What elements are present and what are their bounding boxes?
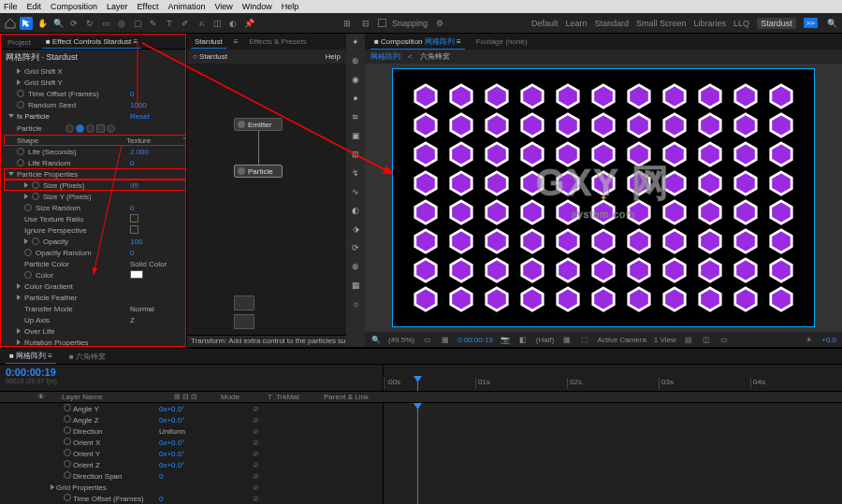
row-value[interactable]: 0x+0.0°	[159, 416, 215, 425]
prop-shape[interactable]: Shape	[17, 137, 38, 145]
rotate-tool-icon[interactable]: ↻	[83, 17, 96, 30]
menu-file[interactable]: File	[4, 2, 18, 11]
stopwatch-icon[interactable]	[24, 204, 32, 211]
prop-size-pixels[interactable]: Size (Pixels)	[43, 181, 84, 190]
home-icon[interactable]	[4, 17, 17, 30]
3d-icon[interactable]: ⬚	[579, 335, 589, 345]
node-emitter[interactable]: Emitter	[234, 118, 283, 131]
timeline-row[interactable]: DirectionUniform⊘	[0, 425, 383, 437]
prop-size-pixels-value[interactable]: 95	[130, 181, 186, 190]
align-icon[interactable]: ⊞	[341, 17, 354, 30]
stopwatch-icon[interactable]	[17, 148, 24, 155]
pen-tool-icon[interactable]: ✎	[147, 17, 160, 30]
replica-icon[interactable]: ⊞	[349, 148, 362, 161]
prop-transfer-mode[interactable]: Transfer Mode	[24, 305, 73, 313]
row-value[interactable]: 0	[159, 495, 215, 503]
stopwatch-icon[interactable]	[17, 159, 24, 166]
workspace-stardust[interactable]: Stardust	[757, 18, 796, 29]
prop-life-random[interactable]: Life Random	[28, 159, 70, 167]
col-layer-name[interactable]: Layer Name	[62, 393, 165, 401]
clone-tool-icon[interactable]: ⎌	[195, 17, 208, 30]
timeline-row[interactable]: Orient Y0x+0.0°⊘	[0, 448, 383, 459]
pixel-aspect-icon[interactable]: ▭	[719, 335, 730, 345]
stopwatch-icon[interactable]	[24, 249, 32, 256]
pan-behind-tool-icon[interactable]: ◎	[115, 17, 128, 30]
fx-particle-group[interactable]: Particle	[24, 112, 50, 121]
stardust-help-link[interactable]: Help	[326, 52, 341, 61]
timeline-row[interactable]: Grid Properties⊘	[0, 482, 383, 493]
channel-icon[interactable]: ▦	[440, 335, 450, 345]
reset-link[interactable]: Reset	[130, 112, 186, 121]
prop-transfer-mode-value[interactable]: Normal	[130, 305, 186, 313]
snapping-checkbox[interactable]	[378, 19, 386, 27]
shape-ring-icon[interactable]	[76, 124, 84, 133]
workspace-default[interactable]: Default	[531, 19, 559, 28]
prop-opacity-random[interactable]: Opacity Random	[36, 249, 92, 257]
light-icon[interactable]: ☼	[349, 297, 362, 310]
col-parent[interactable]: Parent & Link	[324, 393, 369, 401]
row-value[interactable]: 0x+0.0°	[159, 450, 215, 458]
prop-size-random-value[interactable]: 0	[130, 204, 186, 212]
col-mode[interactable]: Mode	[221, 393, 258, 401]
camera-dropdown[interactable]: Active Camera	[597, 336, 646, 344]
menu-edit[interactable]: Edit	[27, 2, 42, 11]
playhead[interactable]	[417, 376, 418, 391]
menu-help[interactable]: Help	[282, 2, 299, 11]
view-dropdown[interactable]: 1 View	[654, 336, 676, 344]
snapshot-icon[interactable]: 📷	[501, 335, 511, 345]
timeline-row[interactable]: Angle Z0x+0.0°⊘	[0, 414, 383, 425]
prop-use-texture-ratio[interactable]: Use Texture Ratio	[24, 215, 83, 223]
system-icon[interactable]: ⊛	[349, 54, 362, 67]
transparency-icon[interactable]: ▦	[561, 335, 572, 345]
resolution-dropdown[interactable]: (Half)	[536, 336, 555, 344]
prop-particle-color[interactable]: Particle Color	[24, 260, 69, 268]
prop-grid-shift-x[interactable]: Grid Shift X	[24, 67, 63, 76]
row-value[interactable]: 0x+0.0°	[159, 405, 215, 413]
comp-breadcrumb-2[interactable]: 六角蜂窝	[420, 51, 450, 62]
tab-project[interactable]: Project	[4, 36, 35, 49]
particle-properties-group[interactable]: Particle Properties	[17, 170, 78, 179]
prop-opacity-random-value[interactable]: 0	[130, 249, 186, 257]
shape-square-icon[interactable]	[96, 124, 105, 133]
type-tool-icon[interactable]: T	[163, 17, 176, 30]
timeline-row[interactable]: Time Offset (Frames)0⊘	[0, 493, 383, 504]
prop-opacity-value[interactable]: 100	[130, 238, 186, 246]
search-icon[interactable]: 🔍	[825, 17, 838, 30]
prop-ignore-perspective[interactable]: Ignore Perspective	[24, 226, 87, 235]
eraser-tool-icon[interactable]: ◫	[210, 17, 224, 30]
prop-up-axis[interactable]: Up Axis	[24, 316, 50, 324]
shape-star-icon[interactable]	[107, 124, 115, 133]
tab-effects-presets[interactable]: Effects & Presets	[245, 36, 310, 48]
tab-effect-controls[interactable]: ■ Effect Controls Stardust ≡	[42, 36, 141, 49]
menu-animation[interactable]: Animation	[167, 2, 205, 11]
mask-icon[interactable]: ◫	[702, 335, 712, 345]
prop-up-axis-value[interactable]: Z	[130, 316, 186, 324]
current-time[interactable]: 0:00:00:19	[457, 336, 493, 344]
row-value[interactable]: 0	[159, 472, 215, 481]
checkbox[interactable]	[130, 214, 138, 223]
group-icon[interactable]: ▦	[349, 279, 362, 292]
distribute-icon[interactable]: ⊟	[359, 17, 372, 30]
menu-effect[interactable]: Effect	[138, 2, 159, 11]
menu-window[interactable]: Window	[242, 2, 272, 11]
col-trkmat[interactable]: T .TrkMat	[268, 393, 314, 401]
brush-tool-icon[interactable]: ✐	[179, 17, 192, 30]
menu-layer[interactable]: Layer	[107, 2, 128, 11]
prop-size-y[interactable]: Size Y (Pixels)	[43, 193, 92, 201]
prop-random-seed-value[interactable]: 1000	[130, 101, 186, 109]
particle-add-icon[interactable]: ●	[349, 92, 362, 105]
force-icon[interactable]: ↯	[349, 166, 362, 180]
shape-cloud-icon[interactable]	[86, 124, 94, 133]
workspace-overflow[interactable]: >>	[804, 18, 818, 28]
tab-stardust[interactable]: Stardust	[191, 36, 226, 49]
checkbox[interactable]	[130, 225, 138, 234]
prop-time-offset[interactable]: Time Offset (Frames)	[28, 90, 99, 98]
stopwatch-icon[interactable]	[32, 238, 39, 245]
motion-icon[interactable]: ⟳	[349, 241, 362, 254]
prop-random-seed[interactable]: Random Seed	[28, 101, 76, 109]
workspace-standard[interactable]: Standard	[595, 19, 630, 28]
model-icon[interactable]: ▣	[349, 129, 362, 142]
camera-tool-icon[interactable]: ▭	[99, 17, 112, 30]
orbit-tool-icon[interactable]: ⟳	[67, 17, 80, 30]
row-value[interactable]: Uniform	[159, 427, 215, 436]
